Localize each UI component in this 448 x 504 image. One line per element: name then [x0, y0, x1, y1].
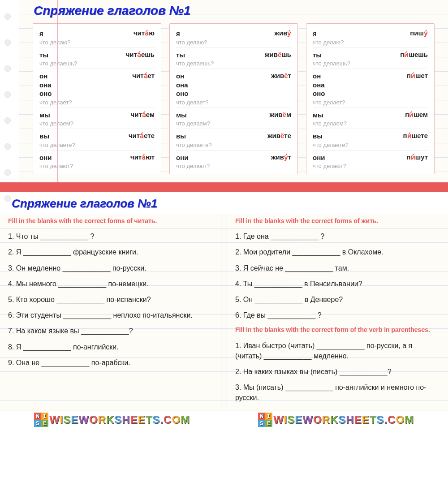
- verb-form: чита́ешь: [126, 51, 155, 60]
- conjugation-row: ониживу́тчто делают?: [176, 151, 291, 172]
- exercise-line: 3. Мы (писать) ____________ по-английски…: [235, 379, 440, 405]
- conjugation-row: выживётечто делаете?: [176, 129, 291, 151]
- conjugation-row: онипи́шутчто делают?: [313, 151, 428, 172]
- verb-form: живёте: [267, 132, 291, 141]
- conjugation-row: япишу́что делаю?: [313, 26, 428, 48]
- grammar-question: что делает?: [313, 99, 428, 106]
- exercise-line: 6. Где вы ____________ ?: [235, 307, 440, 323]
- exercise-line: 8. Я ____________ по-английски.: [8, 339, 213, 355]
- verb-form: живём: [269, 111, 291, 120]
- verb-form: пишу́: [410, 29, 428, 38]
- conjugation-row: вычита́етечто делаете?: [39, 129, 155, 151]
- verb-form: чита́ет: [132, 72, 155, 98]
- watermark: WISEWISEWORKSHEETS.COM WISEWISEWORKSHEET…: [0, 410, 448, 429]
- instruction-right-1: Fill in the blanks with the correct form…: [235, 214, 440, 228]
- watermark-text: WISEWORKSHEETS.COM: [49, 414, 190, 426]
- pronoun: мы: [39, 111, 50, 120]
- section-title-2: Спряжение глаголов №1: [0, 192, 448, 214]
- verb-form: пи́шешь: [400, 51, 428, 60]
- logo-cube: WISE: [258, 413, 272, 427]
- verb-form: живёт: [271, 72, 291, 98]
- pronoun: мы: [176, 111, 187, 120]
- exercise-line: 2. На каких языках вы (писать) _________…: [235, 364, 440, 379]
- exercise-line: 5. Он ____________ в Денвере?: [235, 292, 440, 307]
- pronoun: я: [39, 29, 43, 38]
- pronoun: ты: [176, 51, 185, 60]
- pronoun: я: [176, 29, 180, 38]
- verb-form: пи́шут: [407, 153, 428, 162]
- conjugation-row: он она онопи́шетчто делает?: [313, 69, 428, 108]
- pronoun: они: [39, 153, 52, 162]
- pronoun: вы: [313, 132, 323, 141]
- verb-form: чита́ем: [130, 111, 155, 120]
- grammar-question: что делает?: [39, 99, 155, 106]
- exercise-line: 1. Где она ____________ ?: [235, 228, 440, 244]
- grammar-question: что делаешь?: [176, 60, 291, 67]
- conjugation-row: мыживёмчто делаем?: [176, 108, 291, 129]
- grammar-question: что делаем?: [39, 120, 155, 127]
- conjugation-card: яживу́что делаю?тыживёшьчто делаешь?он о…: [169, 23, 298, 174]
- conjugation-row: тыживёшьчто делаешь?: [176, 48, 291, 69]
- conjugation-row: тычита́ешьчто делаешь?: [39, 48, 155, 69]
- pronoun: они: [176, 153, 188, 162]
- page-title: Спряжение глаголов №1: [19, 0, 448, 23]
- pronoun: вы: [176, 132, 186, 141]
- pronoun: вы: [39, 132, 49, 141]
- red-margin-line: [57, 0, 58, 182]
- verb-form: живу́: [274, 29, 291, 38]
- verb-form: чита́ю: [134, 29, 155, 38]
- grammar-question: что делаешь?: [313, 60, 428, 67]
- conjugation-row: яживу́что делаю?: [176, 26, 291, 48]
- exercise-line: 9. Она не ____________ по-арабски.: [8, 355, 213, 370]
- instruction-right-2: Fill in the blanks with the correct form…: [235, 323, 440, 337]
- pronoun: ты: [313, 51, 322, 60]
- exercise-line: 1. Иван быстро (читать) ____________ по-…: [235, 338, 440, 364]
- grammar-question: что делаешь?: [39, 60, 155, 67]
- watermark-text: WISEWORKSHEETS.COM: [273, 414, 414, 426]
- grammar-question: что делаю?: [176, 39, 291, 46]
- conjugation-card: япишу́что делаю?тыпи́шешьчто делаешь?он …: [306, 23, 435, 174]
- conjugation-row: мыпи́шемчто делаем?: [313, 108, 428, 129]
- exercise-line: 6. Эти студенты ____________ неплохо по-…: [8, 307, 213, 323]
- exercises-section: Fill in the blanks with the correct form…: [0, 214, 448, 410]
- conjugation-row: он она оночита́етчто делает?: [39, 69, 155, 108]
- verb-form: пи́шем: [405, 111, 428, 120]
- conjugation-row: он она оноживётчто делает?: [176, 69, 291, 108]
- conjugation-row: оничита́ютчто делают?: [39, 151, 155, 172]
- logo-cube: WISE: [34, 413, 48, 427]
- exercise-line: 7. На каком языке вы ____________?: [8, 323, 213, 339]
- verb-form: живу́т: [271, 153, 291, 162]
- exercise-line: 4. Ты ____________ в Пенсильвании?: [235, 276, 440, 292]
- grammar-question: что делаю?: [313, 39, 428, 46]
- column-divider: [221, 214, 227, 410]
- grammar-question: что делаете?: [176, 142, 291, 148]
- pronoun: мы: [313, 111, 323, 120]
- grammar-question: что делает?: [176, 99, 291, 106]
- verb-form: пи́шете: [403, 132, 428, 141]
- exercise-line: 4. Мы немного ____________ по-немецки.: [8, 276, 213, 292]
- grammar-question: что делают?: [313, 163, 428, 169]
- conjugation-row: мычита́емчто делаем?: [39, 108, 155, 129]
- section-divider-bar: [0, 182, 448, 192]
- exercise-line: 3. Я сейчас не ____________ там.: [235, 260, 440, 276]
- verb-form: живёшь: [265, 51, 291, 60]
- exercise-line: 2. Я ____________ французские книги.: [8, 244, 213, 260]
- grammar-question: что делают?: [176, 163, 291, 169]
- exercise-line: 3. Он медленно ____________ по-русски.: [8, 260, 213, 276]
- grammar-question: что делаю?: [39, 39, 155, 46]
- conjugation-row: выпи́шетечто делаете?: [313, 129, 428, 151]
- pronoun: он она оно: [313, 72, 325, 98]
- grammar-question: что делаете?: [313, 142, 428, 148]
- exercise-line: 1. Что ты ____________ ?: [8, 228, 213, 244]
- conjugation-row: тыпи́шешьчто делаешь?: [313, 48, 428, 69]
- exercise-line: 2. Мои родители ____________ в Оклахоме.: [235, 244, 440, 260]
- pronoun: я: [313, 29, 317, 38]
- conjugation-cards: ячита́ючто делаю?тычита́ешьчто делаешь?о…: [19, 23, 448, 182]
- pronoun: они: [313, 153, 325, 162]
- grammar-question: что делаем?: [176, 120, 291, 127]
- grammar-question: что делают?: [39, 163, 155, 169]
- pronoun: он она оно: [39, 72, 52, 98]
- conjugation-card: ячита́ючто делаю?тычита́ешьчто делаешь?о…: [33, 23, 161, 174]
- grammar-question: что делаете?: [39, 142, 155, 148]
- pronoun: ты: [39, 51, 48, 60]
